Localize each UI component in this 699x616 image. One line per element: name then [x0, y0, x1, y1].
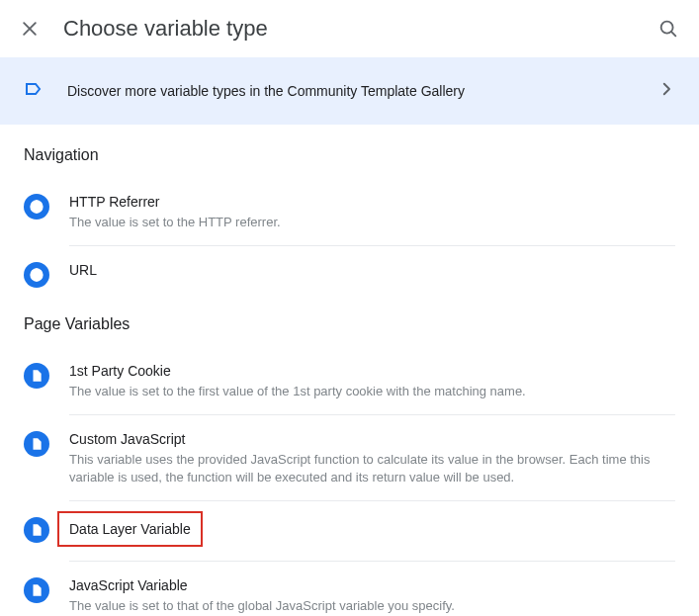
- item-title: Custom JavaScript: [69, 429, 675, 449]
- close-icon[interactable]: [20, 19, 40, 39]
- item-title: Data Layer Variable: [69, 519, 191, 539]
- section-title: Page Variables: [24, 294, 675, 347]
- item-desc: This variable uses the provided JavaScri…: [69, 451, 675, 486]
- item-desc: The value is set to the HTTP referrer.: [69, 214, 675, 231]
- item-title: URL: [69, 260, 675, 280]
- section-navigation: Navigation HTTP Referrer The value is se…: [24, 125, 675, 294]
- page-title: Choose variable type: [63, 16, 634, 42]
- item-title: HTTP Referrer: [69, 192, 675, 212]
- content-area: Navigation HTTP Referrer The value is se…: [0, 125, 699, 616]
- variable-type-javascript-variable[interactable]: JavaScript Variable The value is set to …: [24, 562, 675, 616]
- highlight-box: Data Layer Variable: [57, 511, 203, 547]
- header: Choose variable type: [0, 0, 699, 57]
- item-title: JavaScript Variable: [69, 575, 675, 595]
- globe-icon: [24, 262, 49, 288]
- tag-icon: [24, 77, 47, 105]
- chevron-right-icon: [657, 80, 675, 102]
- doc-icon: [24, 431, 49, 457]
- section-page-variables: Page Variables 1st Party Cookie The valu…: [24, 294, 675, 616]
- svg-line-3: [671, 32, 675, 36]
- doc-icon: [24, 517, 49, 543]
- banner-text: Discover more variable types in the Comm…: [67, 83, 638, 99]
- search-icon[interactable]: [657, 18, 679, 40]
- globe-icon: [24, 194, 49, 220]
- variable-type-http-referrer[interactable]: HTTP Referrer The value is set to the HT…: [24, 178, 675, 246]
- item-desc: The value is set to that of the global J…: [69, 597, 675, 615]
- community-gallery-banner[interactable]: Discover more variable types in the Comm…: [0, 57, 699, 125]
- variable-type-custom-javascript[interactable]: Custom JavaScript This variable uses the…: [24, 415, 675, 501]
- item-title: 1st Party Cookie: [69, 361, 675, 381]
- variable-type-1st-party-cookie[interactable]: 1st Party Cookie The value is set to the…: [24, 347, 675, 415]
- item-desc: The value is set to the first value of t…: [69, 383, 675, 400]
- variable-type-data-layer-variable[interactable]: Data Layer Variable: [24, 501, 675, 562]
- variable-type-url[interactable]: URL: [24, 246, 675, 294]
- section-title: Navigation: [24, 125, 675, 178]
- doc-icon: [24, 363, 49, 389]
- doc-icon: [24, 577, 49, 603]
